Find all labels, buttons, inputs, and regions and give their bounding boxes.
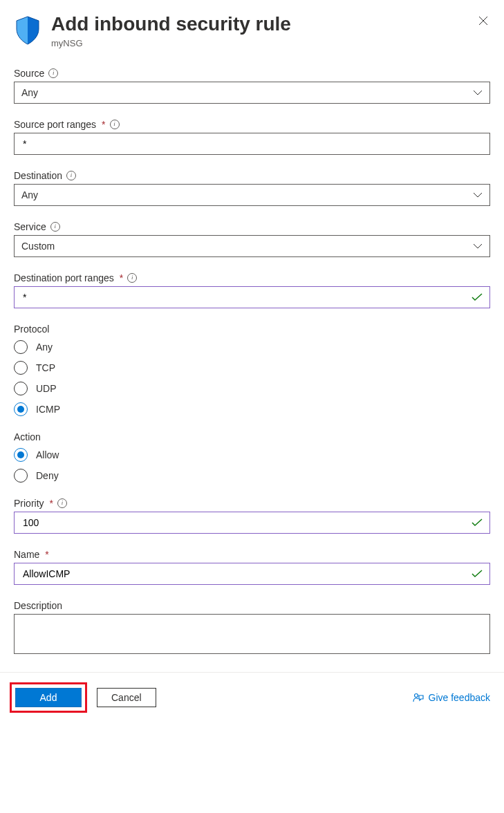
required-marker: *: [50, 498, 53, 509]
svg-point-0: [414, 693, 418, 697]
source-port-ranges-input[interactable]: [21, 133, 483, 154]
dest-port-ranges-input[interactable]: [21, 287, 465, 308]
info-icon[interactable]: i: [66, 171, 76, 180]
info-icon[interactable]: i: [110, 120, 120, 129]
chevron-down-icon: [473, 192, 483, 198]
priority-input[interactable]: [21, 512, 465, 533]
action-label: Action: [14, 431, 41, 442]
radio-icon: [14, 340, 28, 354]
radio-label: Allow: [36, 449, 59, 460]
give-feedback-link[interactable]: Give feedback: [412, 691, 491, 704]
radio-label: Any: [36, 342, 53, 353]
radio-icon: [14, 382, 28, 395]
radio-icon: [14, 402, 28, 416]
protocol-radio-icmp[interactable]: ICMP: [14, 402, 490, 416]
check-icon: [472, 293, 483, 301]
close-icon: [478, 15, 489, 26]
service-value: Custom: [21, 241, 55, 252]
name-label: Name: [14, 549, 39, 560]
radio-label: TCP: [36, 362, 55, 373]
highlight-annotation: Add: [10, 682, 87, 713]
required-marker: *: [45, 549, 48, 560]
radio-label: UDP: [36, 383, 57, 394]
source-select[interactable]: Any: [14, 82, 490, 104]
add-button[interactable]: Add: [15, 688, 82, 707]
priority-input-wrap: [14, 512, 490, 534]
chevron-down-icon: [473, 90, 483, 95]
radio-label: ICMP: [36, 404, 60, 415]
page-subtitle: myNSG: [51, 38, 490, 48]
protocol-radio-any[interactable]: Any: [14, 340, 490, 354]
radio-icon: [14, 361, 28, 375]
protocol-radio-udp[interactable]: UDP: [14, 382, 490, 395]
radio-icon: [14, 448, 28, 462]
action-radio-group: Allow Deny: [14, 448, 490, 483]
description-label: Description: [14, 600, 62, 611]
source-label: Source: [14, 68, 44, 79]
priority-label: Priority: [14, 498, 44, 509]
name-input[interactable]: [21, 563, 465, 584]
feedback-icon: [412, 691, 424, 704]
check-icon: [472, 518, 483, 527]
radio-label: Deny: [36, 470, 59, 481]
check-icon: [472, 570, 483, 578]
required-marker: *: [102, 119, 105, 130]
info-icon[interactable]: i: [48, 68, 58, 78]
cancel-button[interactable]: Cancel: [97, 688, 156, 707]
info-icon[interactable]: i: [127, 273, 137, 283]
service-label: Service: [14, 221, 46, 232]
page-title: Add inbound security rule: [51, 14, 490, 35]
close-button[interactable]: [476, 14, 490, 28]
info-icon[interactable]: i: [50, 222, 60, 232]
info-icon[interactable]: i: [57, 498, 67, 508]
action-radio-deny[interactable]: Deny: [14, 469, 490, 483]
dest-port-ranges-input-wrap: [14, 286, 490, 308]
protocol-label: Protocol: [14, 324, 49, 335]
name-input-wrap: [14, 563, 490, 585]
required-marker: *: [120, 272, 123, 283]
destination-select[interactable]: Any: [14, 184, 490, 206]
protocol-radio-group: Any TCP UDP ICMP: [14, 340, 490, 416]
shield-icon: [14, 15, 41, 46]
destination-value: Any: [21, 189, 38, 200]
source-port-ranges-input-wrap: [14, 133, 490, 155]
description-textarea[interactable]: [14, 614, 490, 654]
give-feedback-text: Give feedback: [429, 692, 491, 703]
destination-label: Destination: [14, 170, 62, 181]
source-value: Any: [21, 87, 38, 98]
service-select[interactable]: Custom: [14, 235, 490, 257]
dest-port-ranges-label: Destination port ranges: [14, 272, 114, 283]
source-port-ranges-label: Source port ranges: [14, 119, 96, 130]
action-radio-allow[interactable]: Allow: [14, 448, 490, 462]
radio-icon: [14, 469, 28, 483]
protocol-radio-tcp[interactable]: TCP: [14, 361, 490, 375]
chevron-down-icon: [473, 243, 483, 249]
